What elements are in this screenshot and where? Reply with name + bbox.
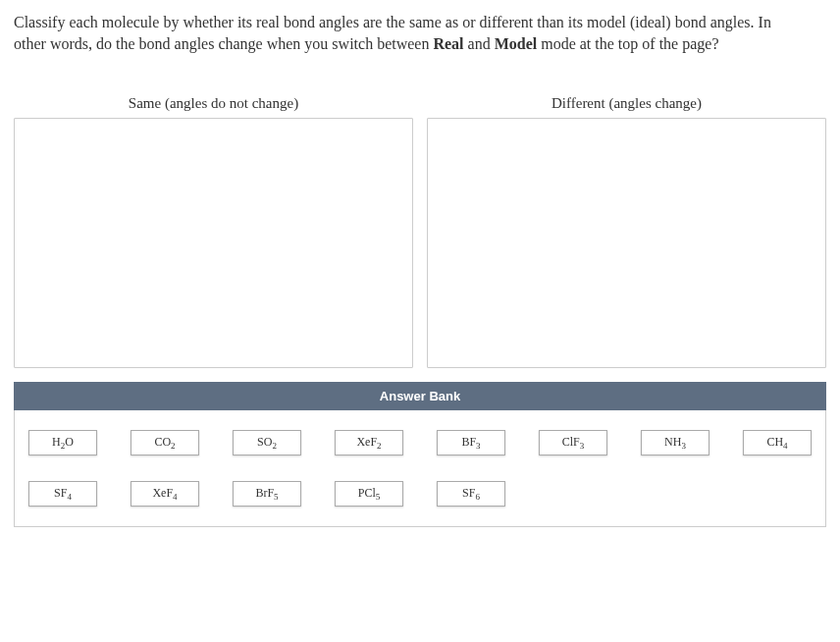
- molecule-formula: XeF4: [152, 486, 177, 501]
- molecule-tile[interactable]: CH4: [743, 430, 812, 455]
- molecule-tile[interactable]: SO2: [233, 430, 301, 455]
- question-line1: Classify each molecule by whether its re…: [14, 14, 771, 30]
- molecule-tile[interactable]: SF4: [28, 481, 97, 507]
- question-prompt: Classify each molecule by whether its re…: [14, 12, 826, 56]
- molecule-formula: CO2: [154, 435, 175, 450]
- drop-zone-same-wrapper: Same (angles do not change): [14, 95, 413, 368]
- molecule-formula: BrF5: [255, 486, 278, 501]
- answer-row-2: SF4XeF4BrF5PCl5SF6: [28, 481, 812, 507]
- molecule-formula: SF4: [54, 486, 72, 501]
- question-line2-prefix: other words, do the bond angles change w…: [14, 35, 433, 52]
- molecule-tile[interactable]: CO2: [131, 430, 199, 455]
- question-bold-model: Model: [495, 35, 538, 52]
- molecule-tile[interactable]: XeF2: [335, 430, 403, 455]
- molecule-tile[interactable]: SF6: [437, 481, 505, 507]
- molecule-tile[interactable]: ClF3: [539, 430, 607, 455]
- molecule-formula: CH4: [766, 435, 787, 450]
- question-line2-suffix: mode at the top of the page?: [537, 35, 718, 52]
- molecule-formula: SO2: [257, 435, 277, 450]
- molecule-tile[interactable]: H2O: [28, 430, 97, 455]
- drop-zone-different-label: Different (angles change): [427, 95, 826, 112]
- drop-zone-same[interactable]: [14, 118, 413, 368]
- drop-zone-different-wrapper: Different (angles change): [427, 95, 826, 368]
- molecule-tile[interactable]: NH3: [641, 430, 709, 455]
- molecule-formula: BF3: [461, 435, 480, 450]
- drop-zones-container: Same (angles do not change) Different (a…: [14, 95, 826, 368]
- drop-zone-different[interactable]: [427, 118, 826, 368]
- molecule-tile[interactable]: BF3: [437, 430, 505, 455]
- molecule-formula: XeF2: [356, 435, 381, 450]
- molecule-formula: SF6: [462, 486, 480, 501]
- molecule-tile[interactable]: BrF5: [233, 481, 301, 507]
- drop-zone-same-label: Same (angles do not change): [14, 95, 413, 112]
- molecule-tile[interactable]: PCl5: [335, 481, 403, 507]
- question-bold-real: Real: [433, 35, 463, 52]
- answer-bank: H2OCO2SO2XeF2BF3ClF3NH3CH4 SF4XeF4BrF5PC…: [14, 410, 826, 527]
- molecule-formula: NH3: [664, 435, 686, 450]
- molecule-formula: PCl5: [358, 486, 381, 501]
- molecule-formula: H2O: [52, 435, 74, 450]
- molecule-tile[interactable]: XeF4: [131, 481, 199, 507]
- question-mid: and: [464, 35, 495, 52]
- answer-bank-header: Answer Bank: [14, 382, 826, 410]
- answer-row-1: H2OCO2SO2XeF2BF3ClF3NH3CH4: [28, 430, 812, 455]
- molecule-formula: ClF3: [562, 435, 585, 450]
